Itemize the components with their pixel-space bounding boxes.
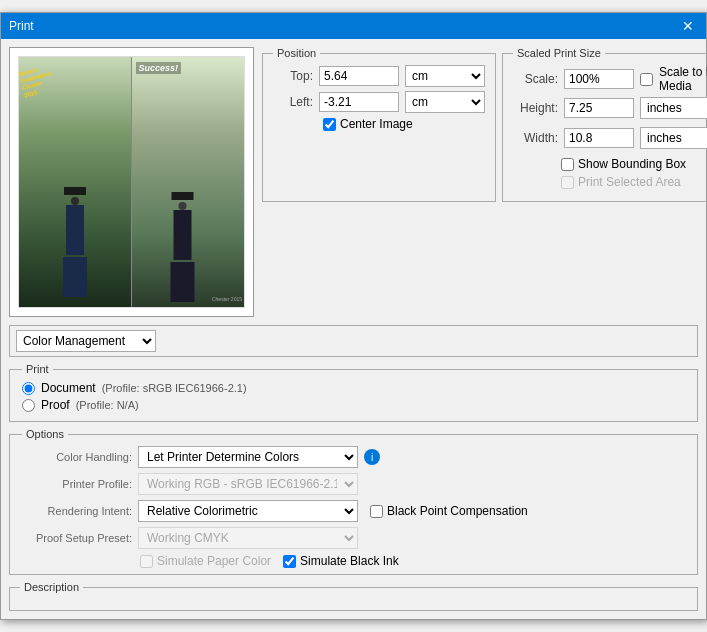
options-section: Options Color Handling: Let Printer Dete…: [9, 428, 698, 575]
rendering-intent-label: Rendering Intent:: [22, 505, 132, 517]
center-image-row: Center Image: [323, 117, 485, 131]
left-label: Left:: [273, 95, 313, 109]
color-management-bar: Color Management Output: [9, 325, 698, 357]
print-selected-row: Print Selected Area: [561, 175, 707, 189]
scale-input[interactable]: [564, 69, 634, 89]
rendering-row: Rendering Intent: Relative Colorimetric …: [22, 500, 685, 522]
simulate-paper-checkbox[interactable]: [140, 555, 153, 568]
printer-profile-row: Printer Profile: Working RGB - sRGB IEC6…: [22, 473, 685, 495]
simulate-paper-label: Simulate Paper Color: [157, 554, 271, 568]
height-unit-select[interactable]: inches cm mm: [640, 97, 707, 119]
center-image-checkbox[interactable]: [323, 118, 336, 131]
height-input[interactable]: [564, 98, 634, 118]
scaled-legend: Scaled Print Size: [513, 47, 605, 59]
bottom-section: Color Management Output Print Document (…: [1, 325, 706, 619]
width-label: Width:: [513, 131, 558, 145]
center-image-label[interactable]: Center Image: [340, 117, 413, 131]
simulate-paper-row: Simulate Paper Color: [140, 554, 271, 568]
scaled-print-size-group: Scaled Print Size Scale: Scale to Fit Me…: [502, 47, 707, 202]
bp-row: Black Point Compensation: [370, 504, 528, 518]
simulate-row: Simulate Paper Color Simulate Black Ink: [140, 554, 685, 568]
proof-label[interactable]: Proof: [41, 398, 70, 412]
left-column: Rena'sGraduationCluster2015 Success!: [9, 47, 254, 317]
black-point-checkbox[interactable]: [370, 505, 383, 518]
proof-radio[interactable]: [22, 399, 35, 412]
printer-profile-label: Printer Profile:: [22, 478, 132, 490]
show-bounding-label[interactable]: Show Bounding Box: [578, 157, 686, 171]
color-handling-select[interactable]: Let Printer Determine Colors Photoshop M…: [138, 446, 358, 468]
simulate-ink-checkbox[interactable]: [283, 555, 296, 568]
close-button[interactable]: ✕: [678, 18, 698, 34]
top-row: Top: cm inches mm: [273, 65, 485, 87]
simulate-ink-label[interactable]: Simulate Black Ink: [300, 554, 399, 568]
print-selected-label: Print Selected Area: [578, 175, 681, 189]
print-selected-checkbox[interactable]: [561, 176, 574, 189]
hw-inputs: Height: inches cm mm Width:: [513, 97, 707, 153]
title-bar: Print ✕: [1, 13, 706, 39]
image-preview: Rena'sGraduationCluster2015 Success!: [9, 47, 254, 317]
dialog-main: Rena'sGraduationCluster2015 Success!: [1, 39, 706, 325]
position-group: Position Top: cm inches mm Left:: [262, 47, 496, 202]
document-profile: (Profile: sRGB IEC61966-2.1): [102, 382, 247, 394]
proof-radio-row: Proof (Profile: N/A): [22, 398, 685, 412]
position-legend: Position: [273, 47, 320, 59]
color-handling-label: Color Handling:: [22, 451, 132, 463]
print-sub-legend: Print: [22, 363, 53, 375]
center-column: Position Top: cm inches mm Left:: [262, 47, 707, 317]
top-label: Top:: [273, 69, 313, 83]
proof-profile: (Profile: N/A): [76, 399, 139, 411]
black-point-label[interactable]: Black Point Compensation: [387, 504, 528, 518]
simulate-ink-row: Simulate Black Ink: [283, 554, 399, 568]
width-input[interactable]: [564, 128, 634, 148]
left-row: Left: cm inches mm: [273, 91, 485, 113]
proof-setup-row: Proof Setup Preset: Working CMYK: [22, 527, 685, 549]
show-bounding-checkbox[interactable]: [561, 158, 574, 171]
color-management-select[interactable]: Color Management Output: [16, 330, 156, 352]
print-dialog: Print ✕: [0, 12, 707, 620]
bounding-box-row: Show Bounding Box: [561, 157, 707, 171]
scale-to-fit-checkbox[interactable]: [640, 73, 653, 86]
printer-profile-select[interactable]: Working RGB - sRGB IEC61966-2.1: [138, 473, 358, 495]
top-input[interactable]: [319, 66, 399, 86]
dialog-title: Print: [9, 19, 34, 33]
left-unit-select[interactable]: cm inches mm: [405, 91, 485, 113]
top-unit-select[interactable]: cm inches mm: [405, 65, 485, 87]
proof-setup-select[interactable]: Working CMYK: [138, 527, 358, 549]
height-label: Height:: [513, 101, 558, 115]
document-label[interactable]: Document: [41, 381, 96, 395]
document-radio[interactable]: [22, 382, 35, 395]
hw-container: Height: inches cm mm Width:: [513, 97, 707, 153]
width-row: Width: inches cm mm: [513, 127, 707, 149]
description-legend: Description: [20, 581, 83, 593]
scale-row: Scale: Scale to Fit Media: [513, 65, 707, 93]
document-radio-row: Document (Profile: sRGB IEC61966-2.1): [22, 381, 685, 395]
description-section: Description: [9, 581, 698, 611]
width-unit-select[interactable]: inches cm mm: [640, 127, 707, 149]
height-row: Height: inches cm mm: [513, 97, 707, 119]
print-sub-section: Print Document (Profile: sRGB IEC61966-2…: [9, 363, 698, 422]
scale-to-fit-label[interactable]: Scale to Fit Media: [659, 65, 707, 93]
proof-setup-label: Proof Setup Preset:: [22, 532, 132, 544]
rendering-intent-select[interactable]: Relative Colorimetric Perceptual Saturat…: [138, 500, 358, 522]
color-handling-info-icon[interactable]: i: [364, 449, 380, 465]
color-handling-row: Color Handling: Let Printer Determine Co…: [22, 446, 685, 468]
scale-label: Scale:: [513, 72, 558, 86]
top-controls: Position Top: cm inches mm Left:: [262, 47, 707, 202]
options-legend: Options: [22, 428, 68, 440]
left-input[interactable]: [319, 92, 399, 112]
